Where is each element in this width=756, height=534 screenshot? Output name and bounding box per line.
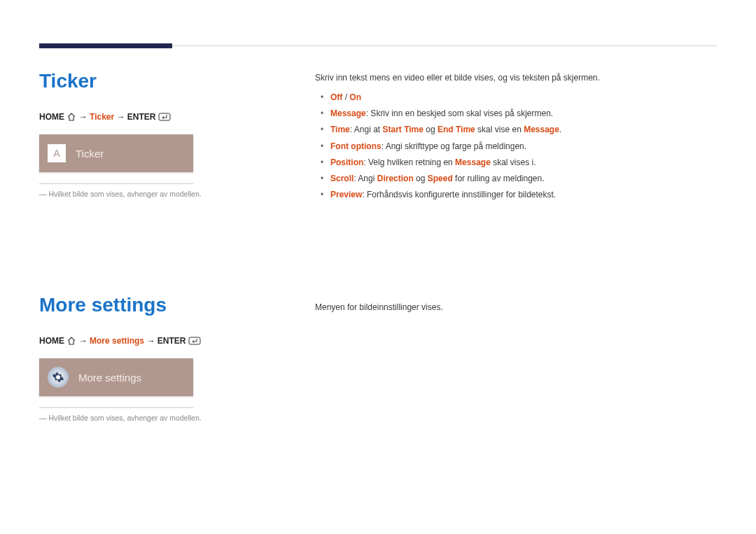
note-text: Hvilket bilde som vises, avhenger av mod… (48, 190, 201, 198)
arrow-glyph: → (79, 112, 90, 122)
t: og (414, 174, 428, 183)
arrow-glyph: → (79, 336, 90, 346)
more-settings-heading: More settings (39, 294, 277, 316)
svg-rect-0 (159, 113, 170, 120)
t: skal vises i. (491, 157, 536, 167)
ticker-heading: Ticker (39, 70, 277, 92)
ticker-thumb-label: Ticker (76, 148, 104, 160)
slash: / (342, 92, 349, 102)
thumb-divider (39, 183, 193, 184)
option-off-on: Off / On (315, 91, 717, 104)
t: : Velg hvilken retning en (363, 157, 455, 167)
key-position: Position (330, 157, 363, 167)
ticker-description: Skriv inn tekst mens en video eller et b… (315, 73, 717, 204)
key-message-inline: Message (524, 125, 559, 134)
breadcrumb-home: HOME (39, 336, 64, 346)
more-thumb-label: More settings (78, 372, 141, 384)
gear-icon (48, 367, 69, 388)
more-thumbnail: More settings (39, 358, 193, 396)
ticker-options-list: Off / On Message: Skriv inn en beskjed s… (315, 91, 717, 202)
more-note: ― Hvilket bilde som vises, avhenger av m… (39, 414, 221, 422)
option-time: Time: Angi at Start Time og End Time ska… (315, 123, 717, 136)
ticker-thumbnail: A Ticker (39, 134, 193, 172)
more-settings-section: More settings HOME → More settings → ENT… (39, 294, 277, 422)
header-divider (172, 45, 717, 46)
accent-bar (39, 43, 172, 48)
svg-rect-1 (189, 337, 200, 344)
t: skal vise en (475, 125, 524, 134)
t: : Angi (354, 174, 377, 183)
key-message-inline: Message (455, 157, 491, 167)
letter-a-icon: A (48, 144, 66, 162)
key-time: Time (330, 125, 350, 134)
arrow-glyph: → (146, 336, 157, 346)
key-scroll: Scroll (330, 174, 354, 183)
note-dash: ― (39, 414, 47, 422)
option-scroll: Scroll: Angi Direction og Speed for rull… (315, 172, 717, 185)
breadcrumb-home: HOME (39, 112, 64, 122)
key-end-time: End Time (438, 125, 475, 134)
key-message: Message (330, 108, 366, 118)
home-icon (66, 113, 76, 121)
arrow-glyph: → (117, 112, 127, 122)
key-speed: Speed (428, 174, 453, 183)
t: : Angi at (350, 125, 383, 134)
thumb-divider (39, 407, 193, 408)
key-font-options: Font options (330, 141, 382, 151)
ticker-section: Ticker HOME → Ticker → ENTER A Ticker ― … (39, 70, 277, 198)
note-text: Hvilket bilde som vises, avhenger av mod… (48, 414, 201, 422)
option-message: Message: Skriv inn en beskjed som skal v… (315, 107, 717, 120)
breadcrumb-enter: ENTER (127, 112, 156, 122)
more-description: Menyen for bildeinnstillinger vises. (315, 302, 717, 321)
key-off: Off (330, 92, 342, 102)
ticker-intro: Skriv inn tekst mens en video eller et b… (315, 73, 717, 83)
note-dash: ― (39, 190, 47, 198)
breadcrumb-target: Ticker (90, 112, 114, 122)
enter-icon (158, 113, 171, 121)
home-icon (66, 337, 76, 345)
t: og (424, 125, 438, 134)
t: . (559, 125, 561, 134)
key-direction: Direction (377, 174, 414, 183)
more-intro: Menyen for bildeinnstillinger vises. (315, 302, 717, 312)
option-position: Position: Velg hvilken retning en Messag… (315, 156, 717, 169)
ticker-breadcrumb: HOME → Ticker → ENTER (39, 112, 277, 122)
text-preview: : Forhåndsvis konfigurerte innstillinger… (362, 190, 556, 199)
option-font: Font options: Angi skrifttype og farge p… (315, 140, 717, 153)
more-breadcrumb: HOME → More settings → ENTER (39, 336, 277, 346)
breadcrumb-enter: ENTER (158, 336, 186, 346)
t: for rulling av meldingen. (453, 174, 545, 183)
ticker-note: ― Hvilket bilde som vises, avhenger av m… (39, 190, 221, 198)
breadcrumb-target: More settings (90, 336, 144, 346)
text-font: : Angi skrifttype og farge på meldingen. (382, 141, 526, 151)
key-preview: Preview (330, 190, 362, 199)
option-preview: Preview: Forhåndsvis konfigurerte innsti… (315, 188, 717, 202)
text-message: : Skriv inn en beskjed som skal vises på… (366, 108, 553, 118)
key-start-time: Start Time (383, 125, 424, 134)
key-on: On (349, 92, 361, 102)
enter-icon (188, 337, 201, 345)
